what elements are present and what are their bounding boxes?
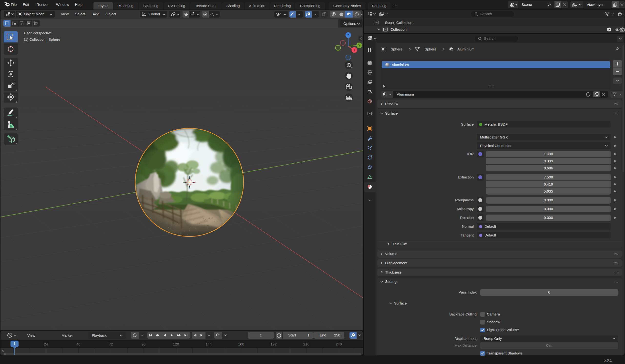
svg-text:Y: Y xyxy=(358,44,360,47)
svg-text:X: X xyxy=(353,48,356,52)
svg-text:Z: Z xyxy=(347,33,349,37)
